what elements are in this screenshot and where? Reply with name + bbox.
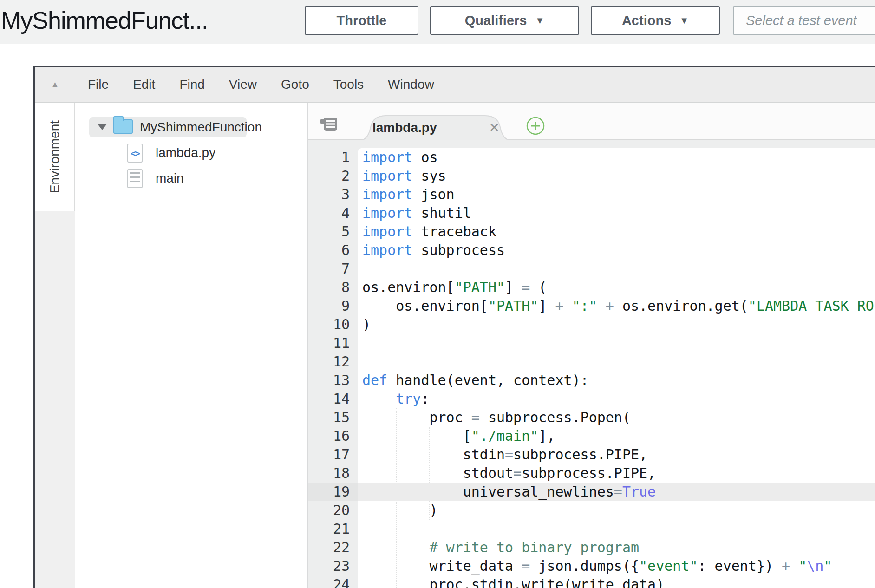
qualifiers-button-label: Qualifiers [465, 13, 527, 28]
code-line-6[interactable]: 6import subprocess [308, 241, 875, 260]
code-line-text: ) [358, 315, 875, 334]
line-number[interactable]: 5 [308, 222, 358, 241]
tree-root-label: MyShimmedFunction [140, 120, 262, 135]
qualifiers-button[interactable]: Qualifiers ▼ [430, 6, 579, 35]
code-line-4[interactable]: 4import shutil [308, 204, 875, 222]
menu-items: FileEditFindViewGotoToolsWindow [35, 77, 434, 92]
collapse-panel-icon[interactable]: ▲ [51, 67, 59, 102]
code-line-20[interactable]: 20 ) [308, 501, 875, 520]
code-line-text: import shutil [358, 204, 875, 222]
tab-lambda-py-label: lambda.py [372, 120, 437, 135]
line-number[interactable]: 13 [308, 371, 358, 390]
code-line-15[interactable]: 15 proc = subprocess.Popen( [308, 408, 875, 427]
menu-item-edit[interactable]: Edit [133, 77, 155, 92]
code-line-text: proc.stdin.write(write_data) [358, 575, 875, 588]
menu-item-file[interactable]: File [88, 77, 109, 92]
code-line-21[interactable]: 21 [308, 520, 875, 538]
code-line-17[interactable]: 17 stdin=subprocess.PIPE, [308, 445, 875, 464]
code-line-text: stdin=subprocess.PIPE, [358, 445, 875, 464]
line-number[interactable]: 22 [308, 538, 358, 557]
environment-tab-label: Environment [47, 120, 62, 193]
line-number[interactable]: 19 [308, 483, 358, 501]
code-line-10[interactable]: 10) [308, 315, 875, 334]
line-number[interactable]: 4 [308, 204, 358, 222]
line-number[interactable]: 11 [308, 334, 358, 353]
line-number[interactable]: 10 [308, 315, 358, 334]
line-number[interactable]: 21 [308, 520, 358, 538]
menu-item-goto[interactable]: Goto [281, 77, 309, 92]
code-line-9[interactable]: 9 os.environ["PATH"] + ":" + os.environ.… [308, 297, 875, 315]
code-line-1[interactable]: 1import os [308, 148, 875, 167]
line-number[interactable]: 18 [308, 464, 358, 483]
line-number[interactable]: 23 [308, 557, 358, 575]
code-line-7[interactable]: 7 [308, 260, 875, 278]
editor-tabstrip: lambda.py ✕ [308, 103, 875, 140]
code-editor-body[interactable]: 1import os2import sys3import json4import… [308, 140, 875, 588]
actions-button[interactable]: Actions ▼ [591, 6, 720, 35]
code-line-5[interactable]: 5import traceback [308, 222, 875, 241]
code-glyph: <> [131, 148, 139, 158]
code-line-text [358, 353, 875, 371]
menu-item-window[interactable]: Window [388, 77, 434, 92]
file-tree-panel: MyShimmedFunction <> lambda.py main [75, 103, 308, 588]
code-line-3[interactable]: 3import json [308, 185, 875, 204]
function-header: MyShimmedFunct... Throttle Qualifiers ▼ … [0, 0, 875, 44]
tree-item-label: lambda.py [156, 145, 215, 160]
code-line-11[interactable]: 11 [308, 334, 875, 353]
line-number[interactable]: 9 [308, 297, 358, 315]
environment-tab[interactable]: Environment [35, 103, 75, 211]
code-line-text [358, 334, 875, 353]
close-tab-icon[interactable]: ✕ [489, 120, 500, 135]
caret-down-icon: ▼ [679, 15, 689, 26]
editor-pane: lambda.py ✕ 1import os2import sys3import… [308, 103, 875, 588]
line-number[interactable]: 3 [308, 185, 358, 204]
line-number[interactable]: 20 [308, 501, 358, 520]
line-number[interactable]: 8 [308, 278, 358, 297]
line-number[interactable]: 2 [308, 167, 358, 185]
menu-item-view[interactable]: View [229, 77, 257, 92]
code-line-8[interactable]: 8os.environ["PATH"] = ( [308, 278, 875, 297]
line-number[interactable]: 24 [308, 575, 358, 588]
code-line-text: stdout=subprocess.PIPE, [358, 464, 875, 483]
code-line-text: import subprocess [358, 241, 875, 260]
code-line-23[interactable]: 23 write_data = json.dumps({"event": eve… [308, 557, 875, 575]
editor-menubar: ▲ FileEditFindViewGotoToolsWindow [35, 67, 875, 103]
line-number[interactable]: 1 [308, 148, 358, 167]
line-number[interactable]: 12 [308, 353, 358, 371]
folder-icon [113, 119, 133, 134]
text-file-icon [127, 169, 143, 188]
throttle-button-label: Throttle [337, 13, 387, 28]
code-line-14[interactable]: 14 try: [308, 390, 875, 408]
test-event-placeholder: Select a test event [746, 13, 857, 28]
menu-item-find[interactable]: Find [179, 77, 204, 92]
line-number[interactable]: 16 [308, 427, 358, 445]
code-line-2[interactable]: 2import sys [308, 167, 875, 185]
code-line-text: import json [358, 185, 875, 204]
code-line-12[interactable]: 12 [308, 353, 875, 371]
code-line-text: # write to binary program [358, 538, 875, 557]
line-number[interactable]: 15 [308, 408, 358, 427]
line-number[interactable]: 7 [308, 260, 358, 278]
tab-list-icon[interactable] [320, 118, 337, 131]
menu-item-tools[interactable]: Tools [333, 77, 364, 92]
code-line-text: ["./main"], [358, 427, 875, 445]
code-line-text: import traceback [358, 222, 875, 241]
code-line-13[interactable]: 13def handle(event, context): [308, 371, 875, 390]
code-line-16[interactable]: 16 ["./main"], [308, 427, 875, 445]
code-line-18[interactable]: 18 stdout=subprocess.PIPE, [308, 464, 875, 483]
folder-expand-caret-icon[interactable] [98, 124, 107, 130]
line-number[interactable]: 17 [308, 445, 358, 464]
code-line-text: def handle(event, context): [358, 371, 875, 390]
throttle-button[interactable]: Throttle [305, 6, 418, 35]
code-line-text: import sys [358, 167, 875, 185]
code-line-text: os.environ["PATH"] = ( [358, 278, 875, 297]
function-name-title: MyShimmedFunct... [1, 7, 208, 34]
line-number[interactable]: 6 [308, 241, 358, 260]
code-line-22[interactable]: 22 # write to binary program [308, 538, 875, 557]
test-event-select[interactable]: Select a test event [733, 6, 875, 35]
code-line-19[interactable]: 19 universal_newlines=True [308, 483, 875, 501]
tree-item-label: main [156, 171, 184, 186]
new-tab-plus-icon[interactable] [526, 116, 545, 136]
line-number[interactable]: 14 [308, 390, 358, 408]
code-line-24[interactable]: 24 proc.stdin.write(write_data) [308, 575, 875, 588]
